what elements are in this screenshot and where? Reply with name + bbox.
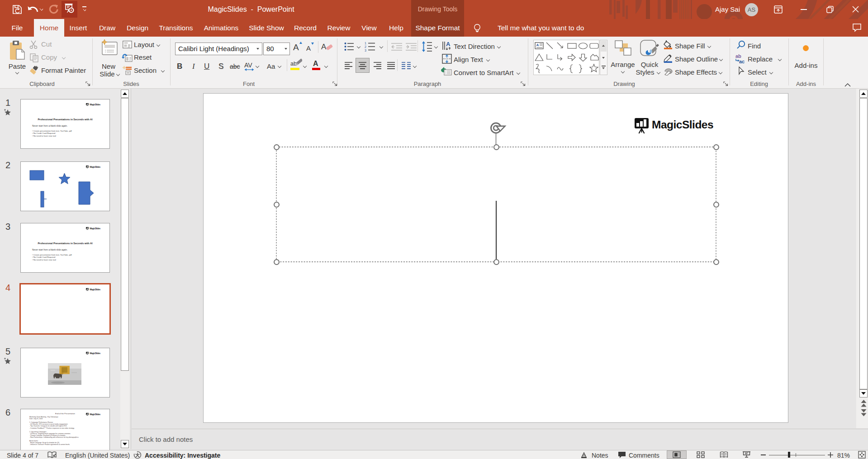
svg-text:ab: ab (735, 54, 741, 59)
svg-text:3: 3 (365, 49, 366, 52)
svg-text:1: 1 (365, 42, 366, 45)
svg-text:2: 2 (365, 45, 366, 48)
svg-text:A: A (446, 41, 451, 47)
svg-text:ac: ac (739, 59, 745, 64)
svg-text:A: A (536, 43, 539, 47)
